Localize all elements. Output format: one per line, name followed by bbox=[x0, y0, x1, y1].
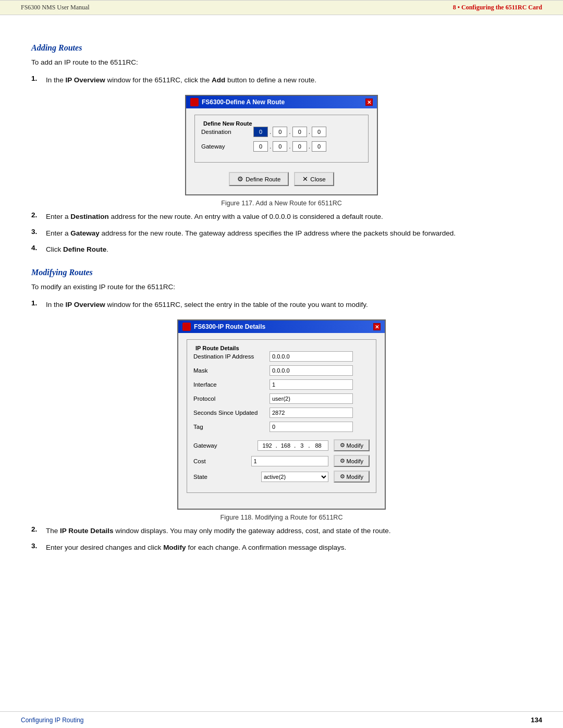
step2-text: Enter a Destination address for the new … bbox=[46, 211, 383, 223]
seconds-label: Seconds Since Updated bbox=[193, 410, 266, 416]
gateway-modify-label: Modify bbox=[347, 442, 363, 449]
gateway-modify-button[interactable]: ⚙ Modify bbox=[334, 439, 370, 451]
modifying-routes-section: Modifying Routes To modify an existing I… bbox=[31, 268, 532, 553]
destination-octet-1[interactable] bbox=[253, 127, 268, 137]
header-left-text: FS6300 NMS User Manual bbox=[21, 4, 90, 11]
main-content: Adding Routes To add an IP route to the … bbox=[0, 15, 563, 589]
step1-num: 1. bbox=[31, 75, 42, 82]
dialog1-body: Define New Route Destination . . . bbox=[186, 108, 377, 194]
gateway-ip-dialog2: . . . bbox=[258, 440, 328, 451]
step2-item: 2. Enter a Destination address for the n… bbox=[31, 211, 532, 223]
tag-label: Tag bbox=[193, 424, 266, 430]
step4-item: 4. Click Define Route. bbox=[31, 244, 532, 255]
gw-octet3[interactable] bbox=[297, 442, 307, 449]
gateway-label-dialog2: Gateway bbox=[193, 442, 254, 449]
dialog2-window: FS6300-IP Route Details ✕ IP Route Detai… bbox=[177, 319, 386, 510]
mod-step3-text: Enter your desired changes and click Mod… bbox=[46, 542, 346, 553]
dialog1-close-btn[interactable]: ✕ bbox=[365, 98, 373, 106]
gw2-sep3: . bbox=[308, 442, 310, 449]
dialog2-close-btn[interactable]: ✕ bbox=[373, 323, 381, 330]
state-modify-icon: ⚙ bbox=[340, 473, 345, 480]
page-footer: Configuring IP Routing 134 bbox=[0, 711, 563, 728]
gateway-octet-2[interactable] bbox=[273, 141, 287, 152]
destination-octet-4[interactable] bbox=[312, 127, 326, 137]
gw-octet1[interactable] bbox=[260, 442, 275, 449]
state-label: State bbox=[193, 474, 258, 480]
figure1-container: FS6300-Define A New Route ✕ Define New R… bbox=[31, 95, 532, 207]
tag-row: Tag bbox=[193, 422, 370, 432]
cost-modify-button[interactable]: ⚙ Modify bbox=[334, 455, 370, 467]
gw-octet4[interactable] bbox=[311, 442, 326, 449]
dialog1-close-button[interactable]: ✕ Close bbox=[294, 172, 334, 186]
dialog2-fieldset: IP Route Details Destination IP Address … bbox=[187, 339, 376, 493]
gateway-ip-field-dialog1: . . . bbox=[253, 141, 326, 152]
close-btn-label: Close bbox=[310, 176, 325, 182]
adding-routes-heading: Adding Routes bbox=[31, 43, 532, 53]
interface-value[interactable] bbox=[270, 379, 353, 390]
dialog1-title-left: FS6300-Define A New Route bbox=[190, 98, 285, 106]
mask-label: Mask bbox=[193, 367, 266, 374]
define-route-button[interactable]: ⚙ Define Route bbox=[229, 172, 289, 186]
mask-row: Mask bbox=[193, 365, 370, 376]
dialog2-titlebar: FS6300-IP Route Details ✕ bbox=[178, 320, 385, 333]
gateway-modify-icon: ⚙ bbox=[340, 442, 345, 449]
mask-value[interactable] bbox=[270, 365, 353, 376]
step4-num: 4. bbox=[31, 244, 42, 252]
protocol-label: Protocol bbox=[193, 396, 266, 402]
page-header: FS6300 NMS User Manual 8 • Configuring t… bbox=[0, 0, 563, 15]
dest-ip-label: Destination IP Address bbox=[193, 353, 266, 360]
mod-step2-num: 2. bbox=[31, 525, 42, 533]
gw-sep1: . bbox=[269, 143, 272, 150]
state-modify-label: Modify bbox=[347, 474, 363, 480]
step1-bold1: IP Overview bbox=[66, 76, 105, 84]
dialog1-buttons: ⚙ Define Route ✕ Close bbox=[194, 170, 369, 186]
gateway-octet-4[interactable] bbox=[312, 141, 326, 152]
state-select[interactable]: active(2) inactive(1) bbox=[261, 472, 328, 482]
gateway-octet-1[interactable] bbox=[253, 141, 268, 152]
gateway-octet-3[interactable] bbox=[292, 141, 307, 152]
seconds-value[interactable] bbox=[270, 408, 353, 418]
destination-octet-3[interactable] bbox=[292, 127, 307, 137]
destination-row: Destination . . . bbox=[201, 127, 362, 137]
state-modify-button[interactable]: ⚙ Modify bbox=[334, 471, 370, 483]
dialog1-fieldset: Define New Route Destination . . . bbox=[194, 115, 369, 163]
step3-bold1: Gateway bbox=[70, 229, 100, 237]
gw2-sep2: . bbox=[294, 442, 296, 449]
step1-item: 1. In the IP Overview window for the 651… bbox=[31, 75, 532, 86]
step1-text: In the IP Overview window for the 6511RC… bbox=[46, 75, 316, 86]
destination-ip-field: . . . bbox=[253, 127, 326, 137]
dialog2-title-left: FS6300-IP Route Details bbox=[182, 323, 265, 331]
cost-modify-icon: ⚙ bbox=[340, 458, 345, 464]
step2-bold1: Destination bbox=[70, 213, 109, 220]
mod-step1-num: 1. bbox=[31, 299, 42, 307]
modifying-routes-intro: To modify an existing IP route for the 6… bbox=[31, 281, 532, 293]
figure1-caption: Figure 117. Add a New Route for 6511RC bbox=[221, 200, 341, 207]
gw-octet2[interactable] bbox=[278, 442, 293, 449]
gw-sep2: . bbox=[288, 143, 291, 150]
destination-octet-2[interactable] bbox=[273, 127, 287, 137]
destination-label: Destination bbox=[201, 129, 248, 135]
protocol-value[interactable] bbox=[270, 393, 353, 404]
mod-step2-item: 2. The IP Route Details window displays.… bbox=[31, 525, 532, 537]
cost-row: Cost ⚙ Modify bbox=[193, 455, 370, 467]
cost-modify-label: Modify bbox=[347, 458, 363, 464]
step3-item: 3. Enter a Gateway address for the new r… bbox=[31, 228, 532, 239]
seconds-row: Seconds Since Updated bbox=[193, 408, 370, 418]
step1-bold2: Add bbox=[212, 76, 225, 84]
step4-text: Click Define Route. bbox=[46, 244, 108, 255]
dialog1-fieldset-legend: Define New Route bbox=[201, 120, 362, 127]
step3-num: 3. bbox=[31, 228, 42, 236]
modifying-routes-heading: Modifying Routes bbox=[31, 268, 532, 277]
interface-row: Interface bbox=[193, 379, 370, 390]
define-route-icon: ⚙ bbox=[237, 175, 243, 183]
mod-step3-num: 3. bbox=[31, 542, 42, 550]
dialog1-app-icon bbox=[190, 98, 199, 106]
dialog1-titlebar: FS6300-Define A New Route ✕ bbox=[186, 96, 377, 108]
mod-step2-bold1: IP Route Details bbox=[60, 527, 114, 535]
cost-value[interactable] bbox=[251, 456, 328, 466]
mod-step1-text: In the IP Overview window for the 6511RC… bbox=[46, 299, 368, 311]
figure2-caption: Figure 118. Modifying a Route for 6511RC bbox=[221, 514, 343, 521]
header-right-text: 8 • Configuring the 6511RC Card bbox=[453, 4, 542, 11]
tag-value[interactable] bbox=[270, 422, 353, 432]
dest-ip-value[interactable] bbox=[270, 351, 353, 362]
